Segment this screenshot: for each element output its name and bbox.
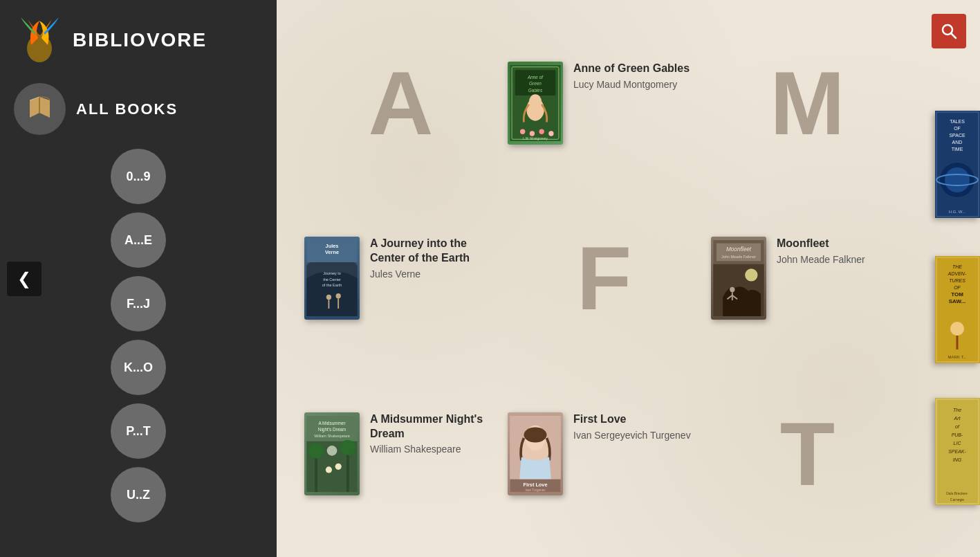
svg-text:Anne of: Anne of [527,75,544,80]
book-cover-journey: Jules Verne Journey to the Center of the… [304,237,360,320]
book-cover-moonfleet: Moonfleet John Meade Falkner [711,237,766,320]
letter-a-cell: A [304,21,497,185]
book-author-journey: Jules Verne [370,268,497,280]
svg-text:PUB-: PUB- [952,432,963,437]
nav-buttons: 0...9 A...E F...J K...O P...T U..Z [0,149,277,522]
main-content: A Anne of Green Gables [277,0,980,557]
svg-text:William Shakespeare: William Shakespeare [314,434,350,438]
sidebar: ❮ BIBLIOVORE ALL BOOKS [0,0,277,557]
book-info-journey: A Journey into the Center of the Earth J… [370,237,497,280]
svg-text:H.G. W...: H.G. W... [949,210,966,214]
anne-cover-art: Anne of Green Gables [508,65,563,141]
svg-text:TIME: TIME [952,147,963,152]
letter-m: M [770,58,844,148]
svg-point-33 [730,287,734,292]
book-item-midsummer[interactable]: A Midsummer Night's Dream William Shakes… [304,405,497,502]
search-button[interactable] [932,14,966,48]
svg-point-13 [539,129,544,134]
svg-text:TOM: TOM [951,291,963,298]
svg-text:SPEAK-: SPEAK- [948,449,966,454]
book-author-moonfleet: John Meade Falkner [777,254,865,265]
nav-btn-a-e[interactable]: A...E [111,212,166,268]
svg-point-43 [308,443,324,458]
svg-text:John Meade Falkner: John Meade Falkner [721,255,756,259]
book-cover-midsummer: A Midsummer Night's Dream William Shakes… [304,412,360,495]
svg-text:of the Earth: of the Earth [322,283,342,287]
svg-text:Gables: Gables [528,88,543,93]
sidebar-header: BIBLIOVORE [0,0,277,76]
nav-btn-0-9[interactable]: 0...9 [111,149,166,204]
nav-btn-f-j[interactable]: F...J [111,276,166,331]
partial-book-tales[interactable]: TALES OF SPACE AND TIME H.G. W... [935,111,980,218]
svg-text:Dale Brecken-: Dale Brecken- [946,491,968,495]
letter-t-cell: T [711,372,904,536]
svg-text:OF: OF [954,285,961,290]
book-midsummer[interactable]: A Midsummer Night's Dream William Shakes… [304,372,497,536]
book-info-moonfleet: Moonfleet John Meade Falkner [777,237,865,265]
book-item-journey[interactable]: Jules Verne Journey to the Center of the… [304,230,497,327]
svg-text:L.M. Montgomery: L.M. Montgomery [523,137,548,140]
svg-text:THE: THE [952,264,962,269]
svg-text:Journey to: Journey to [323,272,341,276]
all-books-section[interactable]: ALL BOOKS [0,76,277,142]
svg-text:Green: Green [529,81,542,86]
book-item-moonfleet[interactable]: Moonfleet John Meade Falkner [711,230,865,327]
art-partial-cover: The Art of PUB- LIC SPEAK- ING Dale Brec… [935,398,980,505]
svg-text:OF: OF [954,126,961,131]
back-icon: ❮ [17,269,31,289]
partial-book-art[interactable]: The Art of PUB- LIC SPEAK- ING Dale Brec… [935,398,980,505]
svg-point-48 [327,446,338,456]
nav-btn-u-z[interactable]: U..Z [111,467,166,522]
book-anne[interactable]: Anne of Green Gables [508,21,701,185]
back-button[interactable]: ❮ [7,262,41,296]
letter-m-cell: M [711,21,904,185]
book-author-anne: Lucy Maud Montgomery [573,79,690,90]
nav-btn-p-t[interactable]: P...T [111,403,166,459]
partial-book-tom[interactable]: THE ADVEN- TURES OF TOM SAW... MARK T... [935,256,980,363]
book-journey[interactable]: Jules Verne Journey to the Center of the… [304,196,497,360]
nav-btn-k-o[interactable]: K...O [111,340,166,395]
journey-cover-art: Jules Verne Journey to the Center of the… [304,240,360,316]
book-firstlove[interactable]: First Love Ivan Turgenev First Love Ivan… [508,372,701,536]
firstlove-cover-art: First Love Ivan Turgenev [508,416,563,492]
book-item-firstlove[interactable]: First Love Ivan Turgenev First Love Ivan… [508,405,691,502]
letter-f: F [577,233,631,323]
book-title-moonfleet: Moonfleet [777,237,865,251]
tales-partial-cover: TALES OF SPACE AND TIME H.G. W... [935,111,980,218]
letter-f-cell: F [508,196,701,360]
book-cover-firstlove: First Love Ivan Turgenev [508,412,563,495]
svg-text:ING: ING [953,457,962,462]
svg-point-53 [524,427,547,442]
svg-point-47 [335,464,342,470]
book-title-journey: A Journey into the Center of the Earth [370,237,497,266]
svg-text:MARK T...: MARK T... [948,355,967,359]
app-title: BIBLIOVORE [73,29,207,51]
all-books-label: ALL BOOKS [76,100,178,118]
svg-point-12 [530,131,535,136]
svg-text:Verne: Verne [325,250,339,256]
book-author-midsummer: William Shakespeare [370,444,497,455]
svg-text:SPACE: SPACE [949,133,965,138]
tom-partial-cover: THE ADVEN- TURES OF TOM SAW... MARK T... [935,256,980,363]
svg-text:AND: AND [952,140,963,145]
svg-text:TURES: TURES [949,278,965,283]
svg-point-32 [745,269,757,282]
svg-text:SAW...: SAW... [949,298,965,304]
logo-icon [14,14,66,66]
book-cover-anne: Anne of Green Gables [508,62,563,145]
svg-point-14 [548,131,553,136]
svg-line-2 [951,33,956,38]
svg-text:A Midsummer: A Midsummer [318,421,346,426]
book-moonfleet[interactable]: Moonfleet John Meade Falkner [711,196,904,360]
book-info-midsummer: A Midsummer Night's Dream William Shakes… [370,412,497,455]
svg-text:Moonfleet: Moonfleet [726,246,752,253]
letter-t: T [780,409,835,499]
letter-a: A [369,58,434,148]
svg-point-10 [529,94,542,109]
svg-point-11 [520,129,525,134]
svg-point-23 [326,295,331,300]
book-item-anne[interactable]: Anne of Green Gables [508,55,690,152]
search-icon [940,22,958,40]
all-books-icon [14,83,66,135]
svg-text:LIC: LIC [954,441,962,446]
